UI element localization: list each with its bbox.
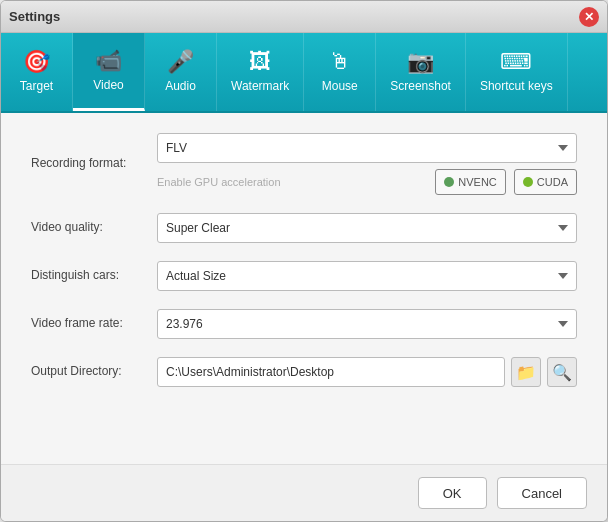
- tab-screenshot-label: Screenshot: [390, 79, 451, 93]
- cuda-button[interactable]: CUDA: [514, 169, 577, 195]
- tab-screenshot[interactable]: 📷 Screenshot: [376, 33, 466, 111]
- tab-audio[interactable]: 🎤 Audio: [145, 33, 217, 111]
- close-button[interactable]: ✕: [579, 7, 599, 27]
- output-dir-row: Output Directory: 📁 🔍: [31, 357, 577, 387]
- settings-window: Settings ✕ 🎯 Target 📹 Video 🎤 Audio 🖼 Wa…: [0, 0, 608, 522]
- shortcut-icon: ⌨: [500, 51, 532, 73]
- gpu-acceleration-row: Enable GPU acceleration NVENC CUDA: [157, 169, 577, 195]
- mouse-icon: 🖱: [329, 51, 351, 73]
- cuda-label: CUDA: [537, 176, 568, 188]
- screenshot-icon: 📷: [407, 51, 434, 73]
- nvenc-label: NVENC: [458, 176, 497, 188]
- recording-format-select[interactable]: FLV MP4 AVI MOV WMV: [157, 133, 577, 163]
- audio-icon: 🎤: [167, 51, 194, 73]
- tab-mouse-label: Mouse: [322, 79, 358, 93]
- nvenc-button[interactable]: NVENC: [435, 169, 506, 195]
- tab-audio-label: Audio: [165, 79, 196, 93]
- video-quality-row: Video quality: Super Clear High Medium L…: [31, 213, 577, 243]
- tab-target[interactable]: 🎯 Target: [1, 33, 73, 111]
- search-icon: 🔍: [552, 363, 572, 382]
- nvenc-dot: [444, 177, 454, 187]
- content-area: Recording format: FLV MP4 AVI MOV WMV En…: [1, 113, 607, 464]
- tab-mouse[interactable]: 🖱 Mouse: [304, 33, 376, 111]
- cancel-button[interactable]: Cancel: [497, 477, 587, 509]
- frame-rate-label: Video frame rate:: [31, 316, 141, 332]
- footer: OK Cancel: [1, 464, 607, 521]
- output-dir-label: Output Directory:: [31, 364, 141, 380]
- tab-watermark[interactable]: 🖼 Watermark: [217, 33, 304, 111]
- tab-shortcut-label: Shortcut keys: [480, 79, 553, 93]
- distinguish-wrap: Actual Size Small Medium Large: [157, 261, 577, 291]
- video-quality-select[interactable]: Super Clear High Medium Low: [157, 213, 577, 243]
- search-button[interactable]: 🔍: [547, 357, 577, 387]
- target-icon: 🎯: [23, 51, 50, 73]
- frame-rate-select[interactable]: 23.976 24 25 29.97 30 60: [157, 309, 577, 339]
- video-quality-label: Video quality:: [31, 220, 141, 236]
- tab-video[interactable]: 📹 Video: [73, 33, 145, 111]
- title-bar: Settings ✕: [1, 1, 607, 33]
- distinguish-select[interactable]: Actual Size Small Medium Large: [157, 261, 577, 291]
- open-folder-button[interactable]: 📁: [511, 357, 541, 387]
- tab-video-label: Video: [93, 78, 123, 92]
- recording-format-controls: FLV MP4 AVI MOV WMV Enable GPU accelerat…: [157, 133, 577, 195]
- recording-format-row: Recording format: FLV MP4 AVI MOV WMV En…: [31, 133, 577, 195]
- frame-rate-wrap: 23.976 24 25 29.97 30 60: [157, 309, 577, 339]
- ok-button[interactable]: OK: [418, 477, 487, 509]
- output-dir-wrap: 📁 🔍: [157, 357, 577, 387]
- recording-format-label: Recording format:: [31, 156, 141, 172]
- recording-format-wrap: FLV MP4 AVI MOV WMV: [157, 133, 577, 163]
- distinguish-row: Distinguish cars: Actual Size Small Medi…: [31, 261, 577, 291]
- output-dir-input[interactable]: [157, 357, 505, 387]
- folder-icon: 📁: [516, 363, 536, 382]
- gpu-label: Enable GPU acceleration: [157, 176, 427, 188]
- distinguish-label: Distinguish cars:: [31, 268, 141, 284]
- tab-shortcut[interactable]: ⌨ Shortcut keys: [466, 33, 568, 111]
- tab-target-label: Target: [20, 79, 53, 93]
- watermark-icon: 🖼: [249, 51, 271, 73]
- frame-rate-row: Video frame rate: 23.976 24 25 29.97 30 …: [31, 309, 577, 339]
- video-icon: 📹: [95, 50, 122, 72]
- tab-watermark-label: Watermark: [231, 79, 289, 93]
- tab-bar: 🎯 Target 📹 Video 🎤 Audio 🖼 Watermark 🖱 M…: [1, 33, 607, 113]
- window-title: Settings: [9, 9, 60, 24]
- video-quality-wrap: Super Clear High Medium Low: [157, 213, 577, 243]
- cuda-dot: [523, 177, 533, 187]
